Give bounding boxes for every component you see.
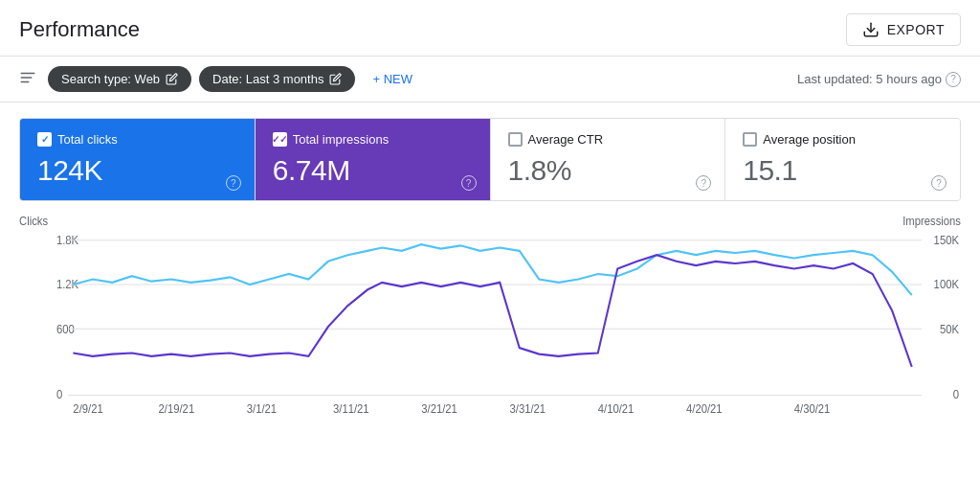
metrics-area: Total clicks 124K ? ✓ Total impressions … [0, 103, 980, 201]
y-tick-3-right: 50K [940, 322, 959, 334]
metric-value-impressions: 6.74M [273, 154, 473, 187]
clicks-line [73, 244, 911, 295]
y-axis-title-right: Impressions [902, 215, 961, 227]
x-label-2: 2/19/21 [159, 402, 195, 415]
x-label-4: 3/11/21 [333, 402, 369, 415]
metric-total-impressions[interactable]: ✓ Total impressions 6.74M ? [256, 119, 491, 200]
y-tick-4-left: 0 [56, 387, 63, 399]
chart-container: Clicks 1.8K 1.2K 600 0 Impressions 150K … [19, 211, 961, 422]
y-tick-4-right: 0 [953, 387, 960, 399]
checkbox-clicks[interactable] [37, 132, 52, 147]
metric-value-position: 15.1 [743, 154, 943, 187]
help-icon-impressions[interactable]: ? [461, 175, 477, 191]
metric-label-ctr: Average CTR [508, 132, 708, 147]
toolbar: Search type: Web Date: Last 3 months + N… [0, 57, 980, 103]
metric-average-position[interactable]: Average position 15.1 ? [725, 119, 960, 200]
date-label: Date: Last 3 months [212, 72, 323, 86]
x-label-1: 2/9/21 [73, 402, 102, 415]
help-icon-position[interactable]: ? [931, 175, 947, 191]
metric-value-ctr: 1.8% [508, 154, 708, 187]
pencil-icon [166, 73, 178, 85]
y-tick-1-right: 150K [934, 234, 960, 246]
checkbox-ctr[interactable] [508, 132, 523, 147]
date-filter[interactable]: Date: Last 3 months [199, 66, 355, 92]
metric-average-ctr[interactable]: Average CTR 1.8% ? [491, 119, 726, 200]
help-icon-clicks[interactable]: ? [226, 175, 241, 191]
metric-total-clicks[interactable]: Total clicks 124K ? [20, 119, 256, 200]
x-label-9: 4/30/21 [794, 402, 831, 415]
metric-label-impressions: ✓ Total impressions [273, 132, 473, 147]
page-title: Performance [19, 17, 140, 42]
last-updated: Last updated: 5 hours ago ? [797, 72, 961, 87]
metric-label-clicks: Total clicks [37, 132, 237, 147]
new-button[interactable]: + NEW [363, 66, 422, 92]
metric-value-clicks: 124K [37, 154, 237, 187]
chart-area: Clicks 1.8K 1.2K 600 0 Impressions 150K … [0, 201, 980, 429]
page-header: Performance EXPORT [0, 0, 980, 57]
export-label: EXPORT [887, 22, 945, 37]
help-icon-ctr[interactable]: ? [696, 175, 711, 191]
metrics-row: Total clicks 124K ? ✓ Total impressions … [19, 118, 961, 201]
x-label-6: 3/31/21 [510, 402, 546, 415]
metric-label-position: Average position [743, 132, 943, 147]
search-type-filter[interactable]: Search type: Web [48, 66, 191, 92]
last-updated-help-icon[interactable]: ? [946, 72, 961, 87]
y-axis-title-left: Clicks [19, 215, 48, 227]
x-label-3: 3/1/21 [247, 402, 277, 415]
pencil-icon-date [329, 73, 342, 85]
y-tick-2-right: 100K [934, 278, 960, 290]
impressions-line [73, 255, 911, 367]
checkbox-position[interactable] [743, 132, 757, 147]
export-icon [862, 21, 880, 38]
export-button[interactable]: EXPORT [846, 13, 961, 46]
new-label: + NEW [372, 72, 412, 86]
x-label-5: 3/21/21 [421, 402, 457, 415]
checkbox-impressions[interactable]: ✓ [273, 132, 287, 147]
x-label-8: 4/20/21 [686, 402, 723, 415]
filter-icon[interactable] [19, 69, 36, 89]
search-type-label: Search type: Web [61, 72, 160, 86]
chart-svg: Clicks 1.8K 1.2K 600 0 Impressions 150K … [19, 211, 961, 422]
x-label-7: 4/10/21 [598, 402, 635, 415]
